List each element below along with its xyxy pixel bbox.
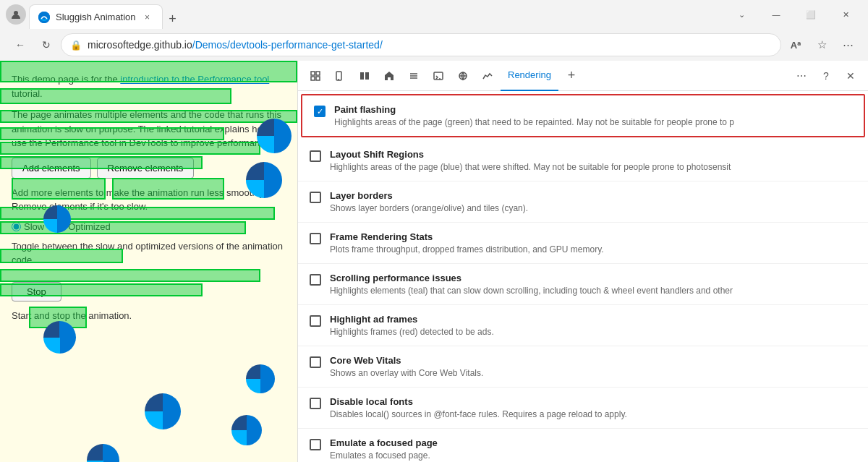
rendering-item-title-core-web-vitals: Core Web Vitals [330,355,856,366]
checkbox-highlight-ad-frames[interactable] [310,315,321,327]
main-area: This demo page is for the introduction t… [0,61,868,462]
window-controls: ⌄ — ⬜ ✕ [725,3,862,26]
devtools-more-button[interactable]: ⋯ [790,64,813,87]
rendering-panel-content: ✓Paint flashingHighlights areas of the p… [298,91,868,462]
rendering-item-title-layer-borders: Layer borders [330,190,856,201]
close-button[interactable]: ✕ [829,3,862,26]
browser-chrome: Sluggish Animation × + ⌄ — ⬜ ✕ ← ↻ 🔒 mic… [0,0,868,462]
refresh-button[interactable]: ↻ [35,33,58,56]
checkbox-scrolling-performance[interactable] [310,274,321,286]
devtools-close-button[interactable]: ✕ [839,64,862,87]
add-elements-button[interactable]: Add elements [12,158,91,179]
checkbox-layer-borders[interactable] [310,192,321,203]
checkbox-layout-shift-regions[interactable] [310,150,321,162]
rendering-item-desc-emulate-focused-page: Emulates a focused page. [330,450,856,461]
rendering-item-desc-frame-rendering-stats: Plots frame throughput, dropped frames d… [330,244,856,254]
profile-icon[interactable] [6,4,26,25]
rendering-item-title-paint-flashing: Paint flashing [334,104,852,115]
tab-close-button[interactable]: × [142,12,153,23]
rendering-item-highlight-ad-frames: Highlight ad framesHighlights frames (re… [298,305,868,346]
rendering-item-text-layout-shift-regions: Layout Shift RegionsHighlights areas of … [330,149,856,172]
toggle-helper-text: Toggle between the slow and optimized ve… [12,239,286,268]
checkbox-emulate-focused-page[interactable] [310,439,321,450]
rendering-item-text-core-web-vitals: Core Web VitalsShows an overlay with Cor… [330,355,856,378]
svg-rect-4 [311,77,315,80]
home-button[interactable] [378,64,401,87]
checkbox-paint-flashing[interactable]: ✓ [314,106,326,117]
console-icon[interactable] [427,64,450,87]
address-bar[interactable]: 🔒 microsoftedge.github.io/Demos/devtools… [61,33,781,56]
rendering-tab-label: Rendering [508,69,551,80]
svg-rect-3 [316,72,320,75]
slow-radio[interactable] [12,222,21,231]
rendering-item-text-disable-local-fonts: Disable local fontsDisables local() sour… [330,396,856,419]
tab-rendering[interactable]: Rendering [501,61,558,91]
slow-radio-label[interactable]: Slow [12,221,44,232]
rendering-item-title-layout-shift-regions: Layout Shift Regions [330,149,856,160]
rendering-item-desc-highlight-ad-frames: Highlights frames (red) detected to be a… [330,327,856,337]
svg-rect-6 [336,72,341,80]
add-tab-button[interactable]: + [560,64,583,87]
address-text: microsoftedge.github.io/Demos/devtools-p… [88,39,772,51]
rendering-item-frame-rendering-stats: Frame Rendering StatsPlots frame through… [298,223,868,264]
svg-rect-9 [365,72,369,80]
rendering-item-paint-flashing: ✓Paint flashingHighlights areas of the p… [301,94,865,137]
description-paragraph: The page animates multiple elements and … [12,108,286,150]
performance-tool-link[interactable]: introduction to the Performance tool [120,74,269,85]
intro-paragraph: This demo page is for the introduction t… [12,72,286,100]
new-tab-button[interactable]: + [163,9,183,29]
read-aloud-button[interactable]: Aᵃ [784,33,807,56]
edge-logo [246,162,282,198]
rendering-item-title-disable-local-fonts: Disable local fonts [330,396,856,407]
more-options-button[interactable]: ⋯ [836,33,859,56]
svg-point-1 [38,12,50,23]
rendering-item-desc-scrolling-performance: Highlights elements (teal) that can slow… [330,286,856,296]
rendering-item-desc-layout-shift-regions: Highlights areas of the page (blue) that… [330,162,856,172]
url-domain: microsoftedge.github.io [88,39,192,51]
active-tab[interactable]: Sluggish Animation × [29,4,163,29]
tab-title: Sluggish Animation [56,12,136,22]
browser-toolbar: ← ↻ 🔒 microsoftedge.github.io/Demos/devt… [0,29,868,61]
chevron-down-icon[interactable]: ⌄ [725,3,758,26]
edge-logo [257,119,292,153]
rendering-item-layer-borders: Layer bordersShows layer borders (orange… [298,181,868,223]
rendering-item-title-scrolling-performance: Scrolling performance issues [330,273,856,283]
elements-icon[interactable] [402,64,425,87]
devtools-panel: Rendering + ⋯ ? ✕ ✓Paint flashingHighlig… [298,61,868,462]
svg-rect-8 [360,72,364,80]
stop-button[interactable]: Stop [12,282,61,301]
title-bar: Sluggish Animation × + ⌄ — ⬜ ✕ [0,0,868,29]
tab-favicon [38,12,50,23]
rendering-item-scrolling-performance: Scrolling performance issuesHighlights e… [298,264,868,305]
maximize-button[interactable]: ⬜ [794,3,827,26]
back-button[interactable]: ← [9,33,32,56]
webpage-content-area: This demo page is for the introduction t… [0,61,298,462]
edge-logo [87,444,119,462]
performance-icon[interactable] [476,64,499,87]
paint-flash-overlay [0,269,260,282]
checkbox-core-web-vitals[interactable] [310,356,321,368]
network-icon[interactable] [451,64,475,87]
rendering-item-core-web-vitals: Core Web VitalsShows an overlay with Cor… [298,346,868,388]
webpage-content: This demo page is for the introduction t… [0,61,297,462]
device-toggle-button[interactable] [328,64,352,87]
remove-elements-button[interactable]: Remove elements [97,158,195,179]
favorites-button[interactable]: ☆ [810,33,833,56]
lock-icon: 🔒 [70,40,82,51]
edge-logo [231,415,262,445]
inspect-element-button[interactable] [304,64,327,87]
rendering-item-text-highlight-ad-frames: Highlight ad framesHighlights frames (re… [330,314,856,337]
checkbox-disable-local-fonts[interactable] [310,398,321,409]
tabs-area: Sluggish Animation × + [29,0,722,29]
rendering-item-title-emulate-focused-page: Emulate a focused page [330,437,856,448]
rendering-item-desc-core-web-vitals: Shows an overlay with Core Web Vitals. [330,368,856,378]
rendering-item-layout-shift-regions: Layout Shift RegionsHighlights areas of … [298,140,868,181]
minimize-button[interactable]: — [760,3,793,26]
devtools-help-button[interactable]: ? [814,64,838,87]
rendering-item-disable-local-fonts: Disable local fontsDisables local() sour… [298,388,868,429]
stop-helper-text: Start and stop the animation. [12,309,286,323]
rendering-item-desc-paint-flashing: Highlights areas of the page (green) tha… [334,117,852,127]
panel-layout-button[interactable] [353,64,376,87]
svg-rect-2 [311,72,315,75]
checkbox-frame-rendering-stats[interactable] [310,233,321,244]
